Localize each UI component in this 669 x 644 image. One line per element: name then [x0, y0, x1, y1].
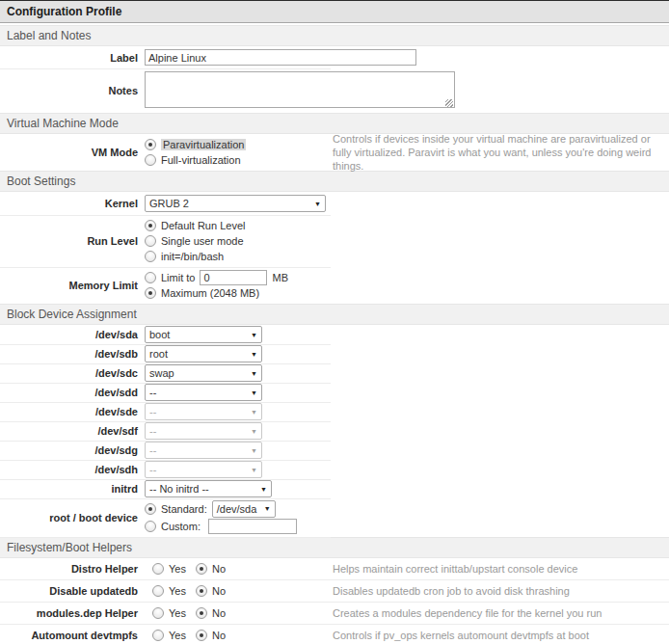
dev-sdc-label: /dev/sdc: [0, 367, 145, 379]
dropdown-arrow-icon: ▼: [251, 389, 257, 396]
root-boot-device-row: root / boot device Standard: /dev/sda ▼ …: [0, 498, 669, 537]
notes-textarea[interactable]: [145, 71, 455, 108]
section-header-vm-mode: Virtual Machine Mode: [0, 113, 669, 134]
dev-sdb-select-value: root: [149, 348, 168, 360]
dev-sda-label: /dev/sda: [0, 329, 145, 340]
automount-devtmpfs-help-text: Controls if pv_ops kernels automount dev…: [333, 629, 663, 642]
standard-root-device-value: /dev/sda: [217, 503, 257, 515]
standard-root-device-select[interactable]: /dev/sda ▼: [212, 500, 276, 518]
custom-root-radio[interactable]: [145, 521, 156, 532]
dev-sdh-label: /dev/sdh: [0, 464, 145, 475]
modules-dep-no-radio[interactable]: [196, 607, 207, 619]
section-header-label-and-notes: Label and Notes: [0, 25, 669, 46]
dev-sdf-select: -- ▼: [145, 422, 262, 440]
default-run-level-radio[interactable]: [145, 220, 156, 231]
memory-limit-row: Memory Limit Limit to MB Maximum (2048 M…: [0, 267, 669, 304]
dropdown-arrow-icon: ▼: [260, 486, 267, 493]
modules-dep-help-text: Creates a modules dependency file for th…: [333, 606, 663, 620]
dropdown-arrow-icon: ▼: [251, 467, 257, 473]
disable-updatedb-help-text: Disables updatedb cron job to avoid disk…: [333, 584, 663, 598]
yes-option-label[interactable]: Yes: [169, 563, 186, 575]
distro-helper-label: Distro Helper: [0, 563, 145, 575]
standard-root-radio[interactable]: [145, 503, 156, 515]
maximum-memory-option-label[interactable]: Maximum (2048 MB): [161, 287, 259, 299]
section-header-fs-helpers: Filesystem/Boot Helpers: [0, 537, 669, 558]
maximum-memory-radio[interactable]: [145, 287, 156, 299]
dropdown-arrow-icon: ▼: [251, 428, 257, 435]
dev-sdb-select[interactable]: root ▼: [145, 345, 262, 362]
initrd-select-value: -- No initrd --: [149, 483, 209, 495]
yes-option-label[interactable]: Yes: [169, 630, 186, 641]
yes-option-label[interactable]: Yes: [169, 585, 186, 597]
dev-sdg-row: /dev/sdg -- ▼: [0, 441, 669, 460]
distro-helper-yes-radio[interactable]: [152, 563, 164, 575]
automount-devtmpfs-yes-radio[interactable]: [152, 630, 164, 641]
full-virtualization-radio[interactable]: [145, 154, 156, 166]
init-bin-bash-radio[interactable]: [145, 251, 156, 262]
paravirtualization-radio[interactable]: [145, 139, 156, 150]
dev-sdf-row: /dev/sdf -- ▼: [0, 421, 669, 441]
dev-sde-select: -- ▼: [145, 403, 262, 420]
dev-sdf-select-value: --: [149, 425, 156, 437]
disable-updatedb-row: Disable updatedb Yes No Disables updated…: [0, 580, 669, 603]
full-virtualization-option-label[interactable]: Full-virtualization: [161, 154, 241, 166]
limit-to-radio[interactable]: [145, 272, 156, 283]
no-option-label[interactable]: No: [212, 585, 226, 597]
dropdown-arrow-icon: ▼: [251, 332, 257, 338]
single-user-mode-radio[interactable]: [145, 235, 156, 247]
automount-devtmpfs-label: Automount devtmpfs: [0, 630, 145, 641]
label-row: Label: [0, 46, 669, 68]
dev-sdd-label: /dev/sdd: [0, 387, 145, 398]
dev-sdc-select[interactable]: swap ▼: [145, 364, 262, 382]
dropdown-arrow-icon: ▼: [314, 201, 321, 207]
label-input[interactable]: [145, 49, 416, 66]
no-option-label[interactable]: No: [212, 563, 226, 575]
distro-helper-help-text: Helps maintain correct inittab/upstart c…: [333, 562, 663, 576]
no-option-label[interactable]: No: [212, 607, 226, 619]
paravirtualization-option-label[interactable]: Paravirtualization: [161, 139, 246, 150]
notes-field-label: Notes: [0, 85, 145, 96]
no-option-label[interactable]: No: [212, 630, 226, 641]
label-field-label: Label: [0, 52, 145, 64]
default-run-level-option-label[interactable]: Default Run Level: [161, 220, 245, 231]
dropdown-arrow-icon: ▼: [251, 370, 257, 377]
section-header-boot-settings: Boot Settings: [0, 171, 669, 192]
memory-limit-input[interactable]: [200, 270, 267, 285]
dev-sdh-row: /dev/sdh -- ▼: [0, 460, 669, 479]
dev-sdh-select: -- ▼: [145, 461, 262, 478]
dropdown-arrow-icon: ▼: [251, 409, 257, 416]
yes-option-label[interactable]: Yes: [169, 607, 186, 619]
dev-sdd-select[interactable]: -- ▼: [145, 384, 262, 401]
custom-root-label[interactable]: Custom:: [161, 521, 201, 532]
disable-updatedb-label: Disable updatedb: [0, 585, 145, 597]
kernel-row: Kernel GRUB 2 ▼: [0, 192, 669, 215]
dev-sdc-row: /dev/sdc swap ▼: [0, 363, 669, 383]
single-user-mode-option-label[interactable]: Single user mode: [161, 235, 244, 247]
distro-helper-no-radio[interactable]: [196, 563, 207, 575]
standard-root-label[interactable]: Standard:: [161, 503, 207, 515]
kernel-select[interactable]: GRUB 2 ▼: [145, 195, 326, 212]
page-title: Configuration Profile: [0, 1, 669, 23]
automount-devtmpfs-no-radio[interactable]: [196, 630, 207, 641]
dev-sdg-label: /dev/sdg: [0, 444, 145, 456]
initrd-row: initrd -- No initrd -- ▼: [0, 479, 669, 498]
dev-sdd-select-value: --: [149, 387, 156, 398]
limit-to-option-label[interactable]: Limit to: [161, 272, 195, 283]
initrd-label: initrd: [0, 483, 145, 495]
custom-root-device-input[interactable]: [208, 519, 297, 534]
distro-helper-row: Distro Helper Yes No Helps maintain corr…: [0, 558, 669, 580]
section-header-block-devices: Block Device Assignment: [0, 304, 669, 325]
dev-sde-label: /dev/sde: [0, 406, 145, 417]
dev-sde-select-value: --: [149, 406, 156, 417]
initrd-select[interactable]: -- No initrd -- ▼: [145, 480, 272, 497]
disable-updatedb-no-radio[interactable]: [196, 585, 207, 597]
init-bin-bash-option-label[interactable]: init=/bin/bash: [161, 251, 224, 262]
disable-updatedb-yes-radio[interactable]: [152, 585, 164, 597]
vm-mode-label: VM Mode: [0, 147, 145, 158]
dropdown-arrow-icon: ▼: [264, 505, 271, 512]
dev-sdh-select-value: --: [149, 464, 156, 475]
dev-sda-select[interactable]: boot ▼: [145, 326, 262, 343]
vm-mode-help-text: Controls if devices inside your virtual …: [333, 132, 663, 173]
notes-row: Notes: [0, 68, 669, 113]
modules-dep-yes-radio[interactable]: [152, 607, 164, 619]
